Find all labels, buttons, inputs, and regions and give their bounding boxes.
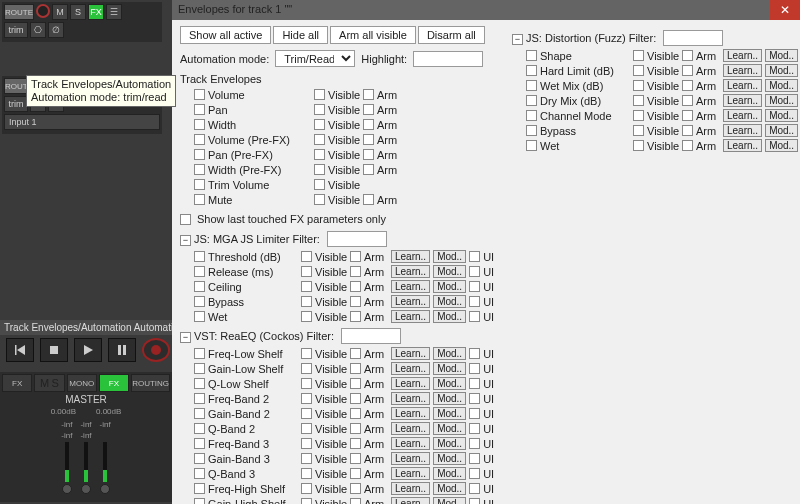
arm-checkbox[interactable] [682, 65, 693, 76]
filter-input[interactable] [341, 328, 401, 344]
ui-checkbox[interactable] [469, 296, 480, 307]
trim-mode-button[interactable]: trim [4, 22, 28, 38]
param-enable-checkbox[interactable] [194, 378, 205, 389]
learn-button[interactable]: Learn.. [391, 310, 430, 323]
param-enable-checkbox[interactable] [194, 348, 205, 359]
arm-checkbox[interactable] [350, 438, 361, 449]
ui-checkbox[interactable] [469, 311, 480, 322]
visible-checkbox[interactable] [314, 179, 325, 190]
visible-checkbox[interactable] [314, 134, 325, 145]
solo-button[interactable]: S [70, 4, 86, 20]
track-fader[interactable] [103, 442, 107, 482]
ui-checkbox[interactable] [469, 408, 480, 419]
show-last-touched-checkbox[interactable] [180, 214, 191, 225]
visible-checkbox[interactable] [633, 50, 644, 61]
learn-button[interactable]: Learn.. [723, 94, 762, 107]
arm-checkbox[interactable] [350, 363, 361, 374]
param-enable-checkbox[interactable] [194, 363, 205, 374]
learn-button[interactable]: Learn.. [391, 407, 430, 420]
mod-button[interactable]: Mod.. [433, 377, 466, 390]
mod-button[interactable]: Mod.. [433, 407, 466, 420]
mod-button[interactable]: Mod.. [433, 265, 466, 278]
param-enable-checkbox[interactable] [526, 50, 537, 61]
param-enable-checkbox[interactable] [194, 179, 205, 190]
learn-button[interactable]: Learn.. [391, 265, 430, 278]
play-button[interactable] [74, 338, 102, 362]
ui-checkbox[interactable] [469, 348, 480, 359]
filter-input[interactable] [327, 231, 387, 247]
mod-button[interactable]: Mod.. [433, 482, 466, 495]
arm-checkbox[interactable] [682, 50, 693, 61]
collapse-icon[interactable]: − [512, 34, 523, 45]
visible-checkbox[interactable] [301, 251, 312, 262]
visible-checkbox[interactable] [314, 104, 325, 115]
record-arm-button[interactable] [36, 4, 50, 18]
pan-knob[interactable] [81, 484, 91, 494]
highlight-input[interactable] [413, 51, 483, 67]
learn-button[interactable]: Learn.. [723, 49, 762, 62]
ui-checkbox[interactable] [469, 483, 480, 494]
visible-checkbox[interactable] [301, 423, 312, 434]
learn-button[interactable]: Learn.. [391, 497, 430, 504]
arm-checkbox[interactable] [682, 95, 693, 106]
master-mono-button[interactable]: MONO [67, 374, 97, 392]
visible-checkbox[interactable] [301, 483, 312, 494]
arm-all-visible-button[interactable]: Arm all visible [330, 26, 416, 44]
mod-button[interactable]: Mod.. [433, 347, 466, 360]
visible-checkbox[interactable] [314, 89, 325, 100]
arm-checkbox[interactable] [350, 251, 361, 262]
mod-button[interactable]: Mod.. [433, 452, 466, 465]
go-start-button[interactable] [6, 338, 34, 362]
param-enable-checkbox[interactable] [194, 104, 205, 115]
ui-checkbox[interactable] [469, 281, 480, 292]
visible-checkbox[interactable] [633, 65, 644, 76]
learn-button[interactable]: Learn.. [391, 422, 430, 435]
param-enable-checkbox[interactable] [526, 65, 537, 76]
visible-checkbox[interactable] [301, 311, 312, 322]
visible-checkbox[interactable] [633, 110, 644, 121]
arm-checkbox[interactable] [350, 408, 361, 419]
learn-button[interactable]: Learn.. [391, 392, 430, 405]
param-enable-checkbox[interactable] [526, 140, 537, 151]
learn-button[interactable]: Learn.. [391, 482, 430, 495]
param-enable-checkbox[interactable] [194, 119, 205, 130]
param-enable-checkbox[interactable] [194, 266, 205, 277]
arm-checkbox[interactable] [363, 134, 374, 145]
mod-button[interactable]: Mod.. [433, 362, 466, 375]
show-all-active-button[interactable]: Show all active [180, 26, 271, 44]
arm-checkbox[interactable] [350, 296, 361, 307]
pan-knob[interactable] [100, 484, 110, 494]
param-enable-checkbox[interactable] [194, 483, 205, 494]
visible-checkbox[interactable] [301, 348, 312, 359]
filter-input[interactable] [663, 30, 723, 46]
ui-checkbox[interactable] [469, 423, 480, 434]
visible-checkbox[interactable] [301, 468, 312, 479]
trim-mode-button[interactable]: trim [4, 96, 28, 112]
visible-checkbox[interactable] [301, 378, 312, 389]
visible-checkbox[interactable] [314, 194, 325, 205]
stop-button[interactable] [40, 338, 68, 362]
mod-button[interactable]: Mod.. [433, 467, 466, 480]
master-fader[interactable] [65, 442, 69, 482]
param-enable-checkbox[interactable] [194, 164, 205, 175]
arm-checkbox[interactable] [350, 378, 361, 389]
learn-button[interactable]: Learn.. [391, 377, 430, 390]
ui-checkbox[interactable] [469, 378, 480, 389]
route-button[interactable]: ROUTE [4, 4, 34, 20]
learn-button[interactable]: Learn.. [391, 467, 430, 480]
master-fx2-button[interactable]: FX [99, 374, 129, 392]
arm-checkbox[interactable] [363, 104, 374, 115]
ui-checkbox[interactable] [469, 363, 480, 374]
arm-checkbox[interactable] [682, 140, 693, 151]
mod-button[interactable]: Mod.. [433, 310, 466, 323]
param-enable-checkbox[interactable] [194, 194, 205, 205]
mod-button[interactable]: Mod.. [765, 109, 798, 122]
visible-checkbox[interactable] [301, 266, 312, 277]
param-enable-checkbox[interactable] [194, 408, 205, 419]
arm-checkbox[interactable] [350, 498, 361, 504]
learn-button[interactable]: Learn.. [723, 139, 762, 152]
mod-button[interactable]: Mod.. [433, 392, 466, 405]
param-enable-checkbox[interactable] [194, 149, 205, 160]
ui-checkbox[interactable] [469, 438, 480, 449]
pan-knob[interactable] [62, 484, 72, 494]
